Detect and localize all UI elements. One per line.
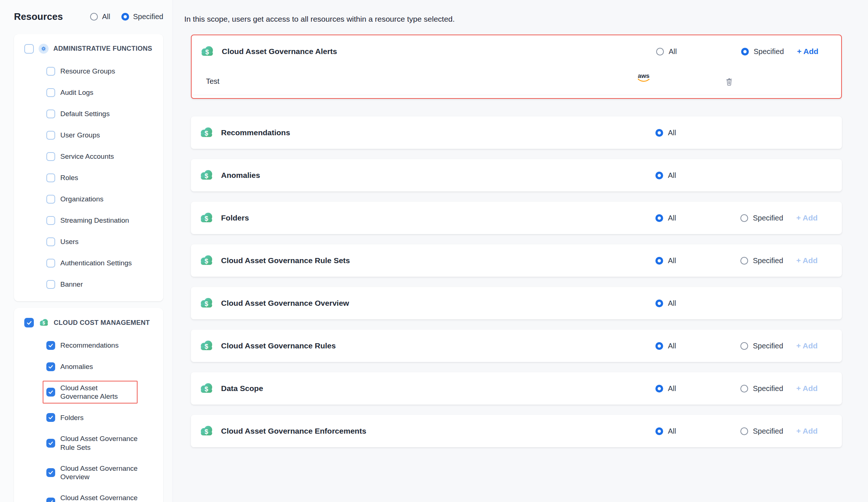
sidebar-item-default-settings[interactable]: Default Settings bbox=[46, 110, 157, 118]
radio-specified[interactable]: Specified bbox=[740, 244, 783, 277]
sidebar-item-authentication-settings[interactable]: Authentication Settings bbox=[46, 259, 157, 268]
radio-circle-icon[interactable] bbox=[740, 214, 748, 222]
radio-circle-icon[interactable] bbox=[655, 214, 663, 222]
radio-all[interactable]: All bbox=[656, 35, 677, 68]
radio-circle-icon[interactable] bbox=[655, 300, 663, 307]
sidebar-item-organizations[interactable]: Organizations bbox=[46, 195, 157, 204]
checkbox-checked[interactable] bbox=[46, 413, 55, 422]
resource-card-cag-alerts-highlighted: $ Cloud Asset Governance Alerts All Spec… bbox=[191, 35, 842, 99]
radio-all[interactable]: All bbox=[655, 202, 676, 234]
checkbox-admin-functions[interactable] bbox=[24, 44, 34, 54]
radio-all[interactable]: All bbox=[655, 415, 676, 447]
radio-all[interactable]: All bbox=[655, 116, 676, 149]
checkbox-unchecked[interactable] bbox=[46, 67, 55, 76]
checkbox-unchecked[interactable] bbox=[46, 110, 55, 118]
ccm-items-list: Recommendations Anomalies Cloud Asset Go… bbox=[46, 341, 157, 502]
sidebar-item-cag-rule-sets[interactable]: Cloud Asset Governance Rule Sets bbox=[46, 434, 157, 451]
radio-circle-icon[interactable] bbox=[741, 48, 749, 55]
checkbox-unchecked[interactable] bbox=[46, 195, 55, 204]
radio-specified[interactable]: Specified bbox=[740, 415, 783, 447]
cloud-dollar-icon: $ bbox=[199, 168, 214, 183]
checkbox-unchecked[interactable] bbox=[46, 259, 55, 268]
page-title: Resources bbox=[14, 11, 63, 22]
radio-specified[interactable]: Specified bbox=[740, 372, 783, 405]
sidebar-item-user-groups[interactable]: User Groups bbox=[46, 131, 157, 140]
delete-trash-icon[interactable] bbox=[725, 68, 733, 95]
radio-circle-icon[interactable] bbox=[655, 257, 663, 265]
radio-circle-icon[interactable] bbox=[656, 48, 664, 55]
checkbox-checked[interactable] bbox=[46, 498, 55, 502]
sidebar-item-service-accounts[interactable]: Service Accounts bbox=[46, 152, 157, 161]
radio-specified[interactable]: Specified bbox=[740, 330, 783, 362]
gear-icon bbox=[39, 44, 49, 54]
checkbox-cloud-cost-management[interactable] bbox=[24, 318, 34, 327]
svg-text:$: $ bbox=[204, 215, 208, 222]
svg-text:$: $ bbox=[204, 386, 208, 393]
radio-circle-icon[interactable] bbox=[655, 427, 663, 435]
radio-specified[interactable]: Specified bbox=[740, 202, 783, 234]
radio-all[interactable]: All bbox=[655, 287, 676, 319]
checkbox-unchecked[interactable] bbox=[46, 131, 55, 140]
radio-circle-icon[interactable] bbox=[740, 385, 748, 392]
card-header: $ Anomalies bbox=[199, 159, 260, 191]
checkbox-checked[interactable] bbox=[46, 362, 55, 371]
checkbox-unchecked[interactable] bbox=[46, 152, 55, 161]
checkbox-checked[interactable] bbox=[46, 468, 55, 477]
radio-all[interactable]: All bbox=[655, 244, 676, 277]
sidebar-item-cag-alerts-highlighted[interactable]: Cloud Asset Governance Alerts bbox=[46, 384, 157, 401]
add-button-disabled[interactable]: + Add bbox=[796, 244, 818, 277]
sidebar-item-users[interactable]: Users bbox=[46, 237, 157, 246]
sidebar-item-banner[interactable]: Banner bbox=[46, 280, 157, 289]
card-header: $ Cloud Asset Governance Overview bbox=[199, 287, 349, 319]
checkbox-unchecked[interactable] bbox=[46, 88, 55, 97]
sidebar-item-resource-groups[interactable]: Resource Groups bbox=[46, 67, 157, 76]
sidebar-item-streaming-destination[interactable]: Streaming Destination bbox=[46, 216, 157, 225]
sidebar-item-cag-rules[interactable]: Cloud Asset Governance Rules bbox=[46, 494, 157, 502]
checkbox-unchecked[interactable] bbox=[46, 237, 55, 246]
sidebar-item-roles[interactable]: Roles bbox=[46, 173, 157, 182]
radio-circle-icon[interactable] bbox=[90, 13, 98, 21]
radio-all[interactable]: All bbox=[655, 159, 676, 191]
radio-all[interactable]: All bbox=[655, 330, 676, 362]
resource-card-cag-overview: $ Cloud Asset Governance Overview All bbox=[191, 287, 842, 319]
radio-specified[interactable]: Specified bbox=[121, 12, 163, 21]
checkbox-checked[interactable] bbox=[46, 341, 55, 350]
resources-scope-radios: All Specified bbox=[90, 12, 163, 21]
radio-circle-icon[interactable] bbox=[655, 385, 663, 392]
admin-items-list: Resource Groups Audit Logs Default Setti… bbox=[46, 67, 157, 289]
section-title: ADMINISTRATIVE FUNCTIONS bbox=[53, 45, 152, 53]
resource-card-anomalies: $ Anomalies All bbox=[191, 159, 842, 191]
resource-type-title: Data Scope bbox=[221, 384, 263, 393]
radio-circle-icon[interactable] bbox=[740, 257, 748, 265]
add-button-disabled[interactable]: + Add bbox=[796, 330, 818, 362]
checkbox-unchecked[interactable] bbox=[46, 216, 55, 225]
radio-circle-icon[interactable] bbox=[655, 342, 663, 350]
sidebar-item-anomalies[interactable]: Anomalies bbox=[46, 362, 157, 371]
checkbox-checked[interactable] bbox=[46, 388, 55, 397]
checkbox-unchecked[interactable] bbox=[46, 280, 55, 289]
radio-circle-icon[interactable] bbox=[740, 427, 748, 435]
radio-all[interactable]: All bbox=[90, 12, 110, 21]
selected-resource-row: Test aws bbox=[192, 68, 841, 95]
checkbox-checked[interactable] bbox=[46, 439, 55, 448]
add-button[interactable]: + Add bbox=[797, 35, 818, 68]
sidebar-item-folders[interactable]: Folders bbox=[46, 413, 157, 422]
sidebar-item-audit-logs[interactable]: Audit Logs bbox=[46, 88, 157, 97]
sidebar-item-cag-overview[interactable]: Cloud Asset Governance Overview bbox=[46, 464, 157, 481]
radio-circle-icon[interactable] bbox=[655, 129, 663, 137]
add-button-disabled[interactable]: + Add bbox=[796, 372, 818, 405]
cloud-dollar-icon: $ bbox=[199, 424, 214, 438]
card-header: $ Cloud Asset Governance Alerts bbox=[200, 35, 337, 68]
checkbox-unchecked[interactable] bbox=[46, 173, 55, 182]
add-button-disabled[interactable]: + Add bbox=[796, 202, 818, 234]
cloud-dollar-icon: $ bbox=[199, 253, 214, 268]
radio-circle-icon[interactable] bbox=[655, 172, 663, 179]
radio-circle-icon[interactable] bbox=[121, 13, 129, 21]
radio-circle-icon[interactable] bbox=[740, 342, 748, 350]
radio-all[interactable]: All bbox=[655, 372, 676, 405]
sidebar-item-recommendations[interactable]: Recommendations bbox=[46, 341, 157, 350]
radio-specified[interactable]: Specified bbox=[741, 35, 784, 68]
resources-header: Resources All Specified bbox=[14, 11, 163, 22]
add-button-disabled[interactable]: + Add bbox=[796, 415, 818, 447]
cloud-dollar-icon: $ bbox=[199, 211, 214, 225]
